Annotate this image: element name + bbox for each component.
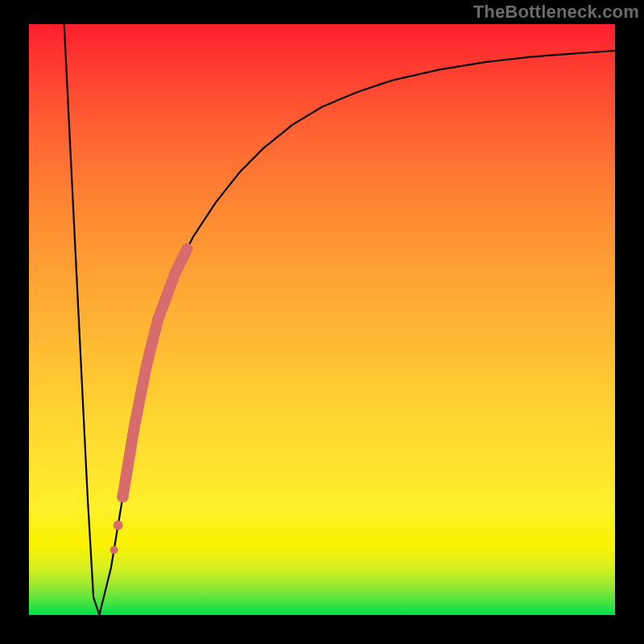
highlight-dot <box>110 546 118 554</box>
bottleneck-curve <box>64 24 615 615</box>
highlight-segment <box>122 249 187 497</box>
chart-frame: TheBottleneck.com <box>0 0 644 644</box>
watermark-text: TheBottleneck.com <box>473 2 639 23</box>
bottleneck-curve-svg <box>29 24 615 615</box>
highlight-dot <box>114 520 123 530</box>
highlight-dot <box>117 491 128 502</box>
highlight-dots <box>110 491 129 554</box>
plot-area <box>29 24 615 615</box>
